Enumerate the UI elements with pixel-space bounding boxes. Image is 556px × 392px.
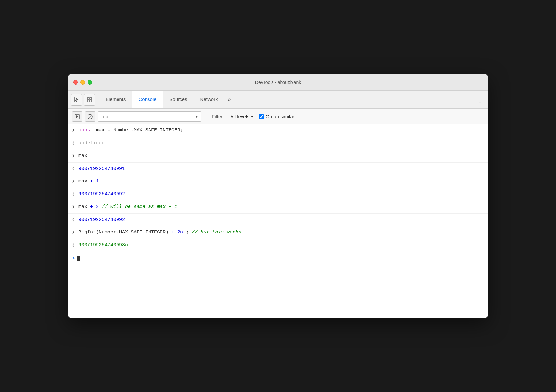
group-similar-checkbox[interactable]: [259, 114, 264, 119]
keyword-const: const: [78, 128, 93, 133]
svg-rect-2: [87, 100, 89, 102]
operator: +: [90, 179, 93, 184]
toolbar-divider: [205, 112, 205, 121]
console-cursor: [77, 256, 80, 261]
tab-sources[interactable]: Sources: [163, 91, 194, 108]
console-input-chevron: >: [72, 256, 75, 261]
number: 1: [96, 179, 99, 184]
tab-elements[interactable]: Elements: [99, 91, 132, 108]
code-text: BigInt(Number.MAX_SAFE_INTEGER): [78, 230, 171, 235]
output-chevron: ❮: [72, 191, 78, 197]
code-text: max: [78, 204, 90, 210]
levels-dropdown[interactable]: All levels ▾: [228, 112, 256, 121]
input-chevron[interactable]: ❯: [72, 204, 78, 209]
entry-content: const max = Number.MAX_SAFE_INTEGER;: [78, 127, 484, 134]
svg-rect-3: [90, 100, 92, 102]
number: 2n: [177, 230, 183, 235]
comment: // will be same as max + 1: [102, 204, 177, 210]
entry-content: BigInt(Number.MAX_SAFE_INTEGER) + 2n ; /…: [78, 229, 484, 236]
minimize-button[interactable]: [80, 80, 85, 85]
context-dropdown-arrow: ▾: [196, 114, 198, 119]
comment: // but this works: [192, 230, 241, 235]
tab-icons: [71, 94, 95, 106]
console-entry: ❮ 9007199254740993n: [68, 239, 488, 252]
console-input-row[interactable]: >: [68, 252, 488, 265]
console-entry: ❮ 9007199254740992: [68, 214, 488, 227]
tab-divider: [472, 95, 472, 105]
output-chevron: ❮: [72, 242, 78, 248]
semicolon: ;: [186, 230, 189, 235]
input-chevron[interactable]: ❯: [72, 128, 78, 133]
group-similar-checkbox-group[interactable]: Group similar: [259, 114, 294, 119]
levels-arrow: ▾: [251, 114, 253, 119]
console-entry: ❯ max + 2 // will be same as max + 1: [68, 201, 488, 214]
svg-rect-0: [87, 98, 89, 99]
entry-content: 9007199254740992: [78, 191, 484, 198]
entry-content: max: [78, 152, 484, 160]
console-entry: ❮ 9007199254740992: [68, 188, 488, 201]
input-chevron[interactable]: ❯: [72, 230, 78, 235]
devtools-body: Elements Console Sources Network » ⋮: [68, 91, 488, 318]
cursor-icon-button[interactable]: [71, 94, 82, 106]
console-entry: ❮ 9007199254740991: [68, 163, 488, 176]
more-options-button[interactable]: ⋮: [475, 95, 485, 105]
entry-content: 9007199254740991: [78, 165, 484, 173]
console-entry: ❯ max + 1: [68, 175, 488, 188]
output-value: 9007199254740993n: [78, 242, 128, 248]
group-similar-label: Group similar: [266, 114, 294, 119]
close-button[interactable]: [73, 80, 78, 85]
clear-log-button[interactable]: [85, 111, 95, 122]
traffic-lights: [73, 80, 92, 85]
tab-overflow-button[interactable]: »: [224, 91, 234, 108]
context-dropdown[interactable]: top ▾: [98, 111, 201, 122]
input-chevron[interactable]: ❯: [72, 153, 78, 158]
console-toolbar: top ▾ Filter All levels ▾ Group similar: [68, 109, 488, 124]
number: 2: [96, 204, 99, 210]
inspect-icon-button[interactable]: [84, 94, 95, 106]
levels-label: All levels: [230, 114, 249, 119]
console-entry: ❯ BigInt(Number.MAX_SAFE_INTEGER) + 2n ;…: [68, 226, 488, 239]
code-text: max: [78, 179, 90, 184]
execute-context-button[interactable]: [72, 111, 82, 122]
console-entry: ❮ undefined: [68, 137, 488, 150]
console-entry: ❯ max: [68, 150, 488, 163]
devtools-window: DevTools - about:blank: [68, 74, 488, 318]
title-bar: DevTools - about:blank: [68, 74, 488, 91]
svg-rect-1: [90, 98, 92, 99]
svg-marker-5: [76, 115, 78, 118]
output-value: 9007199254740992: [78, 217, 125, 222]
tab-bar: Elements Console Sources Network » ⋮: [68, 91, 488, 109]
output-chevron: ❮: [72, 140, 78, 146]
code-text: max = Number.MAX_SAFE_INTEGER;: [96, 128, 183, 133]
entry-content: max + 2 // will be same as max + 1: [78, 203, 484, 211]
window-title: DevTools - about:blank: [255, 80, 301, 85]
svg-line-7: [88, 115, 92, 118]
entry-content: 9007199254740993n: [78, 242, 484, 249]
output-chevron: ❮: [72, 166, 78, 171]
operator: +: [90, 204, 93, 210]
entry-content: undefined: [78, 140, 484, 147]
context-value: top: [101, 114, 108, 119]
console-entry: ❯ const max = Number.MAX_SAFE_INTEGER;: [68, 124, 488, 137]
operator: +: [171, 230, 174, 235]
output-value: undefined: [78, 140, 105, 146]
tabs-container: Elements Console Sources Network »: [99, 91, 469, 108]
output-value: 9007199254740991: [78, 166, 125, 171]
console-output: ❯ const max = Number.MAX_SAFE_INTEGER; ❮…: [68, 124, 488, 318]
input-chevron[interactable]: ❯: [72, 179, 78, 184]
entry-content: max + 1: [78, 178, 484, 185]
filter-label: Filter: [209, 114, 225, 119]
maximize-button[interactable]: [88, 80, 92, 85]
tab-console[interactable]: Console: [132, 91, 163, 108]
output-chevron: ❮: [72, 217, 78, 222]
entry-content: 9007199254740992: [78, 216, 484, 224]
tab-network[interactable]: Network: [194, 91, 224, 108]
code-text: max: [78, 153, 87, 159]
output-value: 9007199254740992: [78, 191, 125, 197]
